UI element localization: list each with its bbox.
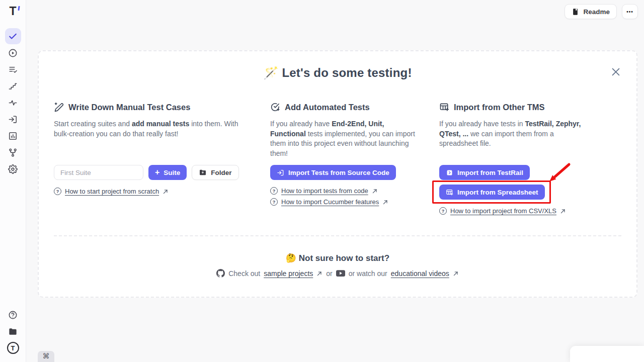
readme-button[interactable]: Readme bbox=[565, 4, 617, 19]
logo-accent bbox=[18, 6, 20, 11]
settings-icon bbox=[8, 164, 18, 174]
help-circle-icon: ? bbox=[54, 188, 61, 195]
bar-chart-icon bbox=[8, 131, 18, 141]
git-branch-icon bbox=[8, 148, 18, 157]
sidebar-item-milestones[interactable] bbox=[5, 78, 21, 94]
youtube-icon bbox=[336, 270, 345, 277]
pen-sparkle-icon bbox=[54, 102, 64, 112]
sidebar-item-pulse[interactable] bbox=[5, 95, 21, 111]
suite-button-label: Suite bbox=[164, 169, 180, 176]
footer-text: Check out bbox=[228, 269, 260, 278]
keyboard-shortcuts-button[interactable]: ⌘ bbox=[38, 351, 54, 362]
folder-button-label: Folder bbox=[211, 169, 231, 176]
footer-heading: 🤔 Not sure how to start? bbox=[39, 253, 636, 263]
column1-heading: Write Down Manual Test Cases bbox=[54, 102, 270, 112]
red-arrow-annotation bbox=[546, 162, 571, 185]
dashed-divider bbox=[54, 235, 621, 236]
table-plus-icon bbox=[446, 189, 453, 196]
plus-icon: + bbox=[155, 168, 159, 176]
column2-heading: Add Automated Tests bbox=[270, 102, 439, 112]
import-source-code-button[interactable]: Import Tests from Source Code bbox=[270, 165, 396, 180]
link-import-cucumber[interactable]: ? How to import Cucumber features bbox=[270, 198, 388, 206]
sidebar-item-branches[interactable] bbox=[5, 144, 21, 160]
close-panel-button[interactable] bbox=[610, 66, 621, 77]
sidebar-item-tests[interactable] bbox=[5, 28, 21, 44]
column3-body: If you already have tests in TestRail, Z… bbox=[439, 119, 591, 165]
sidebar-item-plans[interactable] bbox=[5, 61, 21, 77]
add-suite-button[interactable]: + Suite bbox=[148, 165, 187, 180]
sidebar-bottom: T bbox=[5, 307, 21, 362]
column3-heading: Import from Other TMS bbox=[439, 102, 621, 112]
link-import-csv-xls[interactable]: ? How to import project from CSV/XLS bbox=[439, 207, 566, 215]
suite-create-row: + Suite Folder bbox=[54, 165, 270, 180]
link-label: How to start project from scratch bbox=[65, 188, 159, 195]
column2-title: Add Automated Tests bbox=[285, 103, 370, 112]
app-logo[interactable]: T bbox=[9, 5, 16, 19]
link-label: How to import Cucumber features bbox=[281, 198, 379, 206]
folder-plus-icon bbox=[199, 168, 207, 176]
add-folder-button[interactable]: Folder bbox=[192, 165, 238, 180]
avatar-letter: T bbox=[11, 344, 15, 352]
educational-videos-link[interactable]: educational videos bbox=[391, 269, 449, 278]
sidebar-item-import[interactable] bbox=[5, 111, 21, 127]
footer-links-line: Check out sample projects or or watch ou… bbox=[39, 269, 636, 278]
list-check-icon bbox=[8, 65, 18, 74]
chat-widget[interactable] bbox=[570, 346, 644, 362]
page-title-text: Let's do some testing! bbox=[282, 66, 412, 79]
link-label: How to import project from CSV/XLS bbox=[450, 207, 556, 215]
footer-text: or bbox=[326, 269, 332, 278]
avatar: T bbox=[7, 342, 19, 354]
help-circle-icon bbox=[8, 310, 18, 320]
check-circle-plus-icon bbox=[270, 102, 280, 112]
link-start-from-scratch[interactable]: ? How to start project from scratch bbox=[54, 188, 169, 195]
help-circle-icon: ? bbox=[270, 198, 278, 206]
topbar: Readme ••• bbox=[565, 4, 638, 19]
sidebar-item-help[interactable] bbox=[5, 307, 21, 323]
readme-label: Readme bbox=[583, 8, 610, 16]
import-testrail-label: Import from TestRail bbox=[457, 169, 523, 176]
first-suite-input[interactable] bbox=[54, 165, 143, 180]
onboarding-panel: 🪄 Let's do some testing! Write Down Manu… bbox=[38, 50, 637, 298]
import-icon bbox=[8, 115, 18, 124]
page-title: 🪄 Let's do some testing! bbox=[39, 66, 636, 80]
import-testrail-button[interactable]: Import from TestRail bbox=[439, 165, 530, 180]
magic-wand-emoji: 🪄 bbox=[263, 66, 278, 79]
book-icon bbox=[572, 8, 579, 16]
sample-projects-link[interactable]: sample projects bbox=[264, 269, 313, 278]
folder-icon bbox=[8, 327, 18, 336]
help-circle-icon: ? bbox=[270, 187, 278, 195]
logo-letter: T bbox=[9, 5, 16, 18]
close-icon bbox=[610, 66, 621, 77]
more-options-button[interactable]: ••• bbox=[622, 4, 638, 19]
import-spreadsheet-label: Import from Spreadsheet bbox=[457, 189, 538, 196]
external-link-icon bbox=[453, 270, 459, 277]
link-import-tests-from-code[interactable]: ? How to import tests from code bbox=[270, 187, 378, 195]
footer-heading-text: Not sure how to start? bbox=[299, 253, 389, 263]
help-circle-icon: ? bbox=[439, 207, 447, 215]
sidebar-nav bbox=[5, 28, 21, 177]
column3-title: Import from Other TMS bbox=[454, 103, 545, 112]
link-label: How to import tests from code bbox=[281, 187, 368, 195]
column-manual-tests: Write Down Manual Test Cases Start creat… bbox=[54, 102, 270, 215]
steps-icon bbox=[8, 81, 18, 91]
activity-icon bbox=[8, 98, 18, 108]
column3-buttons: Import from TestRail Import from Spreads… bbox=[439, 165, 621, 200]
column-import-tms: Import from Other TMS If you already hav… bbox=[439, 102, 621, 215]
sidebar-item-runs[interactable] bbox=[5, 45, 21, 61]
sidebar-item-account[interactable]: T bbox=[5, 340, 21, 356]
columns: Write Down Manual Test Cases Start creat… bbox=[39, 102, 636, 215]
sidebar-item-settings[interactable] bbox=[5, 161, 21, 177]
import-icon bbox=[277, 169, 284, 176]
sidebar-item-analytics[interactable] bbox=[5, 128, 21, 144]
column2-body: If you already have End-2End, Unit, Func… bbox=[270, 119, 420, 165]
sidebar-item-projects[interactable] bbox=[5, 323, 21, 339]
square-chevron-icon bbox=[446, 169, 453, 176]
thinking-emoji: 🤔 bbox=[286, 253, 296, 263]
play-circle-icon bbox=[8, 48, 18, 58]
import-spreadsheet-button[interactable]: Import from Spreadsheet bbox=[439, 185, 545, 200]
external-link-icon bbox=[560, 208, 566, 214]
footer-text: or watch our bbox=[349, 269, 387, 278]
annotated-button-wrap: Import from Spreadsheet bbox=[439, 185, 545, 200]
check-icon bbox=[8, 32, 18, 41]
column2-links: ? How to import tests from code ? How to… bbox=[270, 187, 439, 206]
